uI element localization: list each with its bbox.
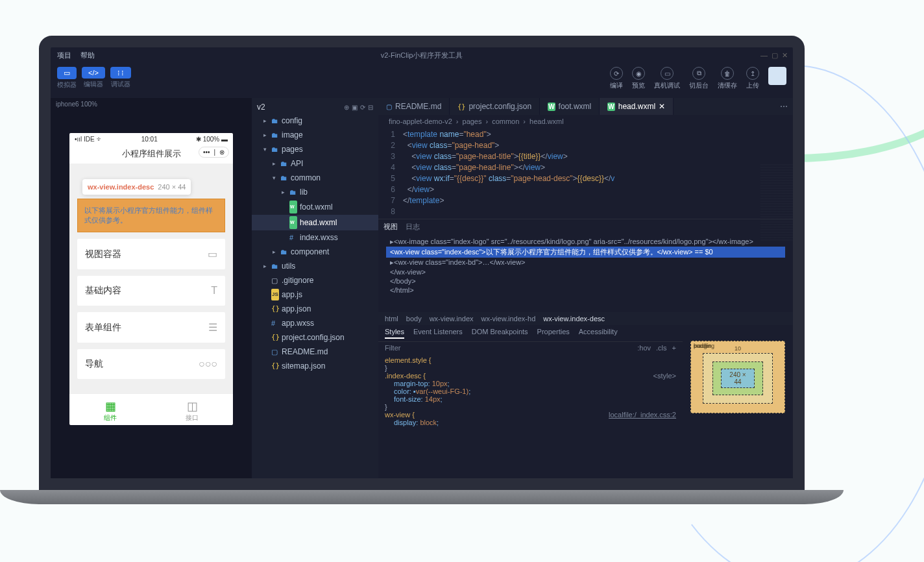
folder-pages[interactable]: ▾🖿pages [252, 142, 378, 156]
compile-icon: ⟳ [610, 67, 623, 80]
menu-project[interactable]: 项目 [57, 51, 71, 60]
inspector-tooltip: wx-view.index-desc240 × 44 [82, 179, 191, 195]
background-icon: ⧉ [692, 67, 705, 80]
json-icon: {} [271, 332, 279, 343]
toolbar: ▭模拟器 </>编辑器 ⫶⫶调试器 ⟳编译 ◉预览 ▭真机调试 ⧉切后台 🗑清缓… [51, 63, 793, 98]
carrier-label: •ııl IDE ᯤ [75, 136, 103, 143]
folder-image[interactable]: ▸🖿image [252, 128, 378, 142]
file-app-wxss[interactable]: #app.wxss [252, 316, 378, 330]
file-gitignore[interactable]: ▢.gitignore [252, 273, 378, 287]
tab-foot[interactable]: Wfoot.wxml [540, 98, 600, 115]
folder-common[interactable]: ▾🖿common [252, 171, 378, 185]
tab-properties[interactable]: Properties [537, 328, 570, 339]
minimap[interactable] [760, 164, 793, 242]
editor-tabs: ▢README.md {}project.config.json Wfoot.w… [378, 98, 793, 115]
maximize-icon[interactable]: ▢ [772, 51, 778, 60]
folder-api[interactable]: ▸🖿API [252, 156, 378, 171]
wxml-icon: W [548, 103, 555, 111]
tab-project-config[interactable]: {}project.config.json [450, 98, 540, 115]
file-foot-wxml[interactable]: Wfoot.wxml [252, 199, 378, 215]
json-icon: {} [271, 303, 279, 315]
md-icon: ▢ [386, 103, 392, 110]
wxss-icon: # [271, 317, 279, 329]
action-background[interactable]: ⧉切后台 [689, 67, 709, 90]
code-editor[interactable]: 1<template name="head"> 2 <view class="p… [378, 128, 793, 219]
folder-lib[interactable]: ▸🖿lib [252, 185, 378, 199]
file-readme[interactable]: ▢README.md [252, 345, 378, 359]
phone-capsule[interactable]: •••|⊗ [199, 147, 229, 158]
file-head-wxml[interactable]: Whead.wxml [252, 215, 378, 230]
folder-component[interactable]: ▸🖿component [252, 245, 378, 259]
action-clear-cache[interactable]: 🗑清缓存 [718, 67, 737, 90]
tab-api[interactable]: ◫接口 [151, 394, 233, 425]
folder-icon: 🖿 [289, 186, 297, 198]
menubar: 项目 帮助 v2-FinClip小程序开发工具 — ▢ ✕ [51, 47, 793, 63]
file-app-js[interactable]: JSapp.js [252, 287, 378, 302]
styles-filter-row: Filter :hov .cls + [378, 342, 683, 354]
explorer-header: v2 ⊕ ▣ ⟳ ⊟ [252, 101, 378, 114]
folder-icon: 🖿 [271, 260, 279, 272]
toolbar-simulator[interactable]: ▭模拟器 [57, 67, 77, 90]
folder-config[interactable]: ▸🖿config [252, 114, 378, 128]
collapse-icon[interactable]: ⊟ [368, 104, 373, 111]
component-icon: ▦ [69, 399, 151, 413]
folder-icon: 🖿 [271, 115, 279, 127]
devtools-tabs: 视图 日志 [378, 219, 793, 234]
phone-tabbar: ▦组件 ◫接口 [69, 393, 233, 425]
styles-panel[interactable]: element.style { } .index-desc {<style> m… [378, 354, 683, 429]
hov-toggle[interactable]: :hov [637, 344, 651, 352]
file-sitemap[interactable]: {}sitemap.json [252, 359, 378, 373]
action-upload[interactable]: ↥上传 [746, 67, 759, 90]
laptop-camera [420, 40, 424, 43]
tab-head[interactable]: Whead.wxml✕ [600, 98, 674, 115]
list-item[interactable]: 视图容器▭ [77, 239, 225, 269]
folder-utils[interactable]: ▸🖿utils [252, 259, 378, 273]
dom-breadcrumb: html body wx-view.index wx-view.index-hd… [378, 312, 793, 325]
upload-icon: ↥ [746, 67, 759, 80]
devtab-log[interactable]: 日志 [406, 222, 420, 232]
list-item[interactable]: 表单组件☰ [77, 312, 225, 343]
phone-statusbar: •ııl IDE ᯤ 10:01 ✱ 100% ▬ [69, 133, 233, 144]
selected-dom-node[interactable]: <wx-view class="index-desc">以下将展示小程序官方组件… [386, 247, 785, 258]
toolbar-editor[interactable]: </>编辑器 [82, 67, 105, 90]
new-file-icon[interactable]: ⊕ [344, 104, 349, 111]
close-tab-icon[interactable]: ✕ [659, 102, 665, 111]
toolbar-debugger[interactable]: ⫶⫶调试器 [110, 67, 131, 90]
close-icon[interactable]: ✕ [782, 51, 788, 60]
editor-area: ▢README.md {}project.config.json Wfoot.w… [378, 98, 793, 478]
more-icon: ••• [203, 149, 210, 156]
list-item[interactable]: 基础内容T [77, 276, 225, 306]
tab-accessibility[interactable]: Accessibility [579, 328, 618, 339]
tab-event-listeners[interactable]: Event Listeners [413, 328, 463, 339]
file-project-config[interactable]: {}project.config.json [252, 330, 378, 345]
tab-styles[interactable]: Styles [385, 328, 404, 339]
list-item[interactable]: 导航○○○ [77, 349, 225, 379]
styles-filter[interactable]: Filter [385, 344, 400, 352]
action-compile[interactable]: ⟳编译 [610, 67, 623, 90]
phone-battery: ✱ 100% ▬ [196, 136, 228, 143]
devtab-view[interactable]: 视图 [383, 222, 398, 232]
dom-inspector[interactable]: ▸<wx-image class="index-logo" src="../re… [378, 234, 793, 312]
menu-help[interactable]: 帮助 [80, 51, 95, 60]
add-rule-icon[interactable]: + [672, 344, 676, 352]
file-app-json[interactable]: {}app.json [252, 302, 378, 316]
tabs-overflow[interactable]: ⋯ [775, 102, 793, 111]
avatar[interactable] [768, 67, 786, 85]
remote-debug-icon: ▭ [661, 67, 674, 80]
action-preview[interactable]: ◉预览 [632, 67, 645, 90]
minimize-icon[interactable]: — [760, 51, 768, 60]
tab-readme[interactable]: ▢README.md [378, 98, 450, 115]
laptop-frame: 项目 帮助 v2-FinClip小程序开发工具 — ▢ ✕ ▭模拟器 </>编辑… [39, 36, 805, 504]
tab-component[interactable]: ▦组件 [69, 394, 151, 425]
action-remote-debug[interactable]: ▭真机调试 [654, 67, 680, 90]
phone-header: 小程序组件展示 •••|⊗ [69, 144, 233, 164]
new-folder-icon[interactable]: ▣ [352, 104, 358, 111]
phone-simulator: •ııl IDE ᯤ 10:01 ✱ 100% ▬ 小程序组件展示 •••|⊗ … [69, 133, 233, 425]
refresh-icon[interactable]: ⟳ [360, 104, 365, 111]
cls-toggle[interactable]: .cls [656, 344, 667, 352]
inspected-element[interactable]: 以下将展示小程序官方组件能力，组件样式仅供参考。 [77, 199, 225, 232]
window-controls: — ▢ ✕ [760, 51, 788, 60]
ide-window: 项目 帮助 v2-FinClip小程序开发工具 — ▢ ✕ ▭模拟器 </>编辑… [51, 47, 793, 478]
tab-dom-breakpoints[interactable]: DOM Breakpoints [472, 328, 528, 339]
file-index-wxss[interactable]: #index.wxss [252, 230, 378, 245]
